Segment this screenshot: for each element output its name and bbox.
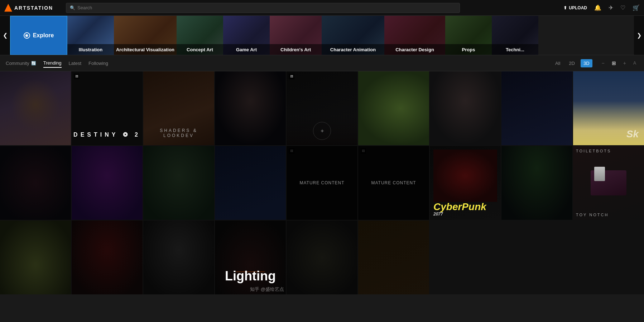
community-label: Community [6,61,29,66]
category-technical[interactable]: Techni... [492,16,538,55]
item-icons-r1c2: 🖼 [74,74,80,79]
grid-item-arch-scene[interactable]: 🖼 ✦ [287,71,357,145]
category-char-animation[interactable]: Character Animation [322,16,384,55]
grid-item-demon[interactable]: 3M 🖼 ♡ [430,71,501,145]
category-childrens-art[interactable]: Children's Art [270,16,322,55]
cat-nav-right-arrow[interactable]: ❯ [634,16,644,55]
search-input[interactable] [77,5,456,10]
explore-label: Explore [33,32,54,39]
car-glow [433,150,497,202]
artstation-logo-text: ARTSTATION [14,5,53,11]
icon-image-r1c5: 🖼 [289,74,294,79]
grid-item-green-hair[interactable] [501,146,572,220]
messages-button[interactable]: ✈ [609,4,613,11]
upload-button[interactable]: ⬆ UPLOAD [563,5,587,10]
toy-figure [594,167,605,181]
category-props-label: Props [445,44,492,55]
filter-2d-btn[interactable]: 2D [566,59,578,67]
grid-item-tree-creature[interactable]: 🖼 [287,221,357,294]
search-icon: 🔍 [70,5,75,10]
tab-community[interactable]: Community 🔄 [6,59,36,67]
notifications-button[interactable]: 🔔 [594,4,601,11]
nav-right-area: ⬆ UPLOAD 🔔 ✈ ♡ 🛒 [563,4,640,11]
grid-item-toy-notch[interactable]: TOILETBOTS TOY NOTCH [573,146,644,220]
arch-emblem: ✦ [313,122,331,140]
grid-item-red-car[interactable]: CyberPunk 2077 [430,146,501,220]
search-bar[interactable]: 🔍 [66,3,460,13]
destiny-label: DESTINY ❂ 2 [72,131,143,138]
more-btn[interactable]: A [631,60,638,66]
grid-item-gun-table[interactable]: 🖼 [358,221,429,294]
grid-view-btn[interactable]: ⊞ [610,60,618,67]
kratos-bg [72,221,143,294]
upload-label: UPLOAD [569,5,587,10]
lighting-label: Lighting [215,269,286,284]
grid-item-mech-battle[interactable]: 🖼 [215,146,286,220]
filter-all-btn[interactable]: All [552,59,563,67]
chameleon-bg [358,71,429,145]
cat-nav-left-arrow[interactable]: ❮ [0,16,10,55]
likes-button[interactable]: ♡ [620,4,625,11]
grid-item-destiny[interactable]: 🖼 DESTINY ❂ 2 [72,71,143,145]
category-explore[interactable]: ◉ Explore [10,16,67,55]
grid-item-cauldron[interactable]: 🖼 ♡ [0,221,71,294]
grid-item-kratos[interactable]: 🖼 [72,221,143,294]
cyberpunk-label: CyberPunk 2077 [433,202,497,216]
grid-item-military-girl[interactable]: 🖼 [143,146,214,220]
category-illustration[interactable]: Illustration [67,16,114,55]
icon-image-r1c2: 🖼 [74,74,80,79]
warrior-glow [11,79,61,131]
category-char-design[interactable]: Character Design [384,16,445,55]
anime-bg [72,146,143,220]
grid-item-dark-creature[interactable] [0,146,71,220]
category-concept-art-label: Concept Art [177,44,223,55]
community-refresh-icon: 🔄 [31,61,36,66]
dark-creature-bg [0,146,71,220]
category-concept-art[interactable]: Concept Art [177,16,223,55]
tab-latest[interactable]: Latest [69,59,81,67]
explore-label-area: ◉ Explore [24,32,54,39]
category-props[interactable]: Props [445,16,492,55]
grid-item-fantasy[interactable]: 🖼 ▶ 📷 [501,71,572,145]
category-game-art[interactable]: Game Art [223,16,270,55]
zoom-in-btn[interactable]: + [621,60,628,67]
grid-item-chameleon[interactable]: 🖼 ♡ [358,71,429,145]
toy-display-base [591,170,626,195]
filter-3d-btn[interactable]: 3D [581,59,592,67]
artstation-logo-icon [4,4,12,12]
old-man-bg [215,71,286,145]
soldier-bg [143,221,214,294]
item-icons-r1c5: 🖼 [289,74,294,79]
artwork-grid: 🖼 ▶ 📷 🖼 DESTINY ❂ 2 🖼 ♡ SHADERS & LOOKDE… [0,71,644,294]
military-bg [143,146,214,220]
grid-item-mature-1[interactable]: 🖼 MATURE CONTENT [287,146,357,220]
greenhair-bg [501,146,572,220]
tree-creature-bg [287,221,357,294]
tab-following[interactable]: Following [88,59,108,67]
filter-bar: Community 🔄 Trending Latest Following Al… [0,55,644,71]
category-illustration-label: Illustration [67,44,114,55]
grid-item-sky-scene[interactable]: Sk [573,71,644,145]
cauldron-bg [0,221,71,294]
cart-button[interactable]: 🛒 [633,4,640,11]
fantasy-bg [501,71,572,145]
grid-item-dark-warrior[interactable]: 🖼 ▶ 📷 [0,71,71,145]
latest-label: Latest [69,61,81,66]
grid-item-lighting[interactable]: 🖼 Lighting 知乎 @盛绘艺点 [215,221,286,294]
grid-item-shaders[interactable]: 🖼 ♡ SHADERS & LOOKDEV [143,71,214,145]
grid-item-anime-girl[interactable]: 🖼 [72,146,143,220]
grid-item-old-man[interactable]: 🖼 [215,71,286,145]
trending-label: Trending [43,60,62,66]
grid-item-soldier[interactable]: 🖼 [143,221,214,294]
category-char-design-label: Character Design [384,44,445,55]
grid-item-mature-2[interactable]: 🖼 MATURE CONTENT [358,146,429,220]
category-arch-viz-label: Architectural Visualization [114,44,177,55]
sky-text: Sk [621,123,644,145]
category-arch-viz[interactable]: Architectural Visualization [114,16,177,55]
zoom-out-btn[interactable]: − [600,60,607,67]
top-navigation: ARTSTATION 🔍 ⬆ UPLOAD 🔔 ✈ ♡ 🛒 [0,0,644,16]
category-items: ◉ Explore Illustration Architectural Vis… [10,16,634,55]
mech-bg [215,146,286,220]
tab-trending[interactable]: Trending [43,59,62,68]
mature-content-2-overlay: MATURE CONTENT [358,146,429,220]
